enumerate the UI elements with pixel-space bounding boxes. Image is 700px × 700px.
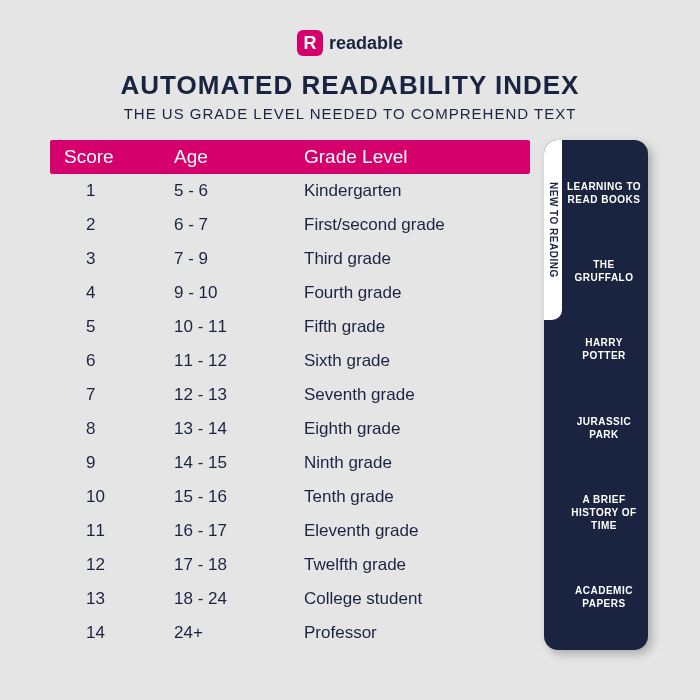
cell-age: 11 - 12	[174, 351, 304, 371]
cell-grade: Ninth grade	[304, 453, 516, 473]
cell-score: 9	[64, 453, 174, 473]
table-header: Score Age Grade Level	[50, 140, 530, 174]
cell-age: 6 - 7	[174, 215, 304, 235]
page-subtitle: THE US GRADE LEVEL NEEDED TO COMPREHEND …	[50, 105, 650, 122]
cell-age: 18 - 24	[174, 589, 304, 609]
table-row: 1116 - 17Eleventh grade	[50, 514, 530, 548]
cell-grade: Third grade	[304, 249, 516, 269]
table-row: 1318 - 24College student	[50, 582, 530, 616]
sidebar-strip-label: NEW TO READING	[548, 182, 559, 278]
sidebar-item: THE GRUFFALO	[566, 258, 642, 284]
cell-score: 12	[64, 555, 174, 575]
cell-grade: Kindergarten	[304, 181, 516, 201]
table-row: 813 - 14Eighth grade	[50, 412, 530, 446]
cell-score: 10	[64, 487, 174, 507]
table-row: 914 - 15Ninth grade	[50, 446, 530, 480]
cell-grade: Professor	[304, 623, 516, 643]
table-body: 15 - 6Kindergarten26 - 7First/second gra…	[50, 174, 530, 650]
cell-grade: Eleventh grade	[304, 521, 516, 541]
sidebar-item: HARRY POTTER	[566, 336, 642, 362]
table-row: 26 - 7First/second grade	[50, 208, 530, 242]
infographic-card: R readable AUTOMATED READABILITY INDEX T…	[10, 10, 690, 690]
cell-age: 14 - 15	[174, 453, 304, 473]
cell-grade: Twelfth grade	[304, 555, 516, 575]
page-title: AUTOMATED READABILITY INDEX	[50, 70, 650, 101]
cell-age: 24+	[174, 623, 304, 643]
cell-score: 4	[64, 283, 174, 303]
cell-age: 10 - 11	[174, 317, 304, 337]
cell-grade: Eighth grade	[304, 419, 516, 439]
col-header-age: Age	[174, 146, 304, 168]
brand-mark: R	[297, 30, 323, 56]
table-row: 37 - 9Third grade	[50, 242, 530, 276]
cell-age: 17 - 18	[174, 555, 304, 575]
table-row: 1424+Professor	[50, 616, 530, 650]
sidebar-item: A BRIEF HISTORY OF TIME	[566, 493, 642, 532]
examples-sidebar: NEW TO READING LEARNING TO READ BOOKSTHE…	[544, 140, 648, 650]
table-row: 510 - 11Fifth grade	[50, 310, 530, 344]
table-row: 712 - 13Seventh grade	[50, 378, 530, 412]
cell-grade: Sixth grade	[304, 351, 516, 371]
cell-score: 11	[64, 521, 174, 541]
cell-score: 14	[64, 623, 174, 643]
cell-score: 2	[64, 215, 174, 235]
cell-grade: Tenth grade	[304, 487, 516, 507]
sidebar-items: LEARNING TO READ BOOKSTHE GRUFFALOHARRY …	[562, 140, 648, 650]
col-header-grade: Grade Level	[304, 146, 516, 168]
cell-age: 16 - 17	[174, 521, 304, 541]
cell-score: 3	[64, 249, 174, 269]
readability-table: Score Age Grade Level 15 - 6Kindergarten…	[50, 140, 530, 650]
cell-age: 5 - 6	[174, 181, 304, 201]
brand-row: R readable	[50, 30, 650, 56]
cell-grade: College student	[304, 589, 516, 609]
content-row: Score Age Grade Level 15 - 6Kindergarten…	[50, 140, 650, 650]
cell-age: 9 - 10	[174, 283, 304, 303]
cell-age: 15 - 16	[174, 487, 304, 507]
cell-grade: Fifth grade	[304, 317, 516, 337]
cell-score: 7	[64, 385, 174, 405]
cell-score: 5	[64, 317, 174, 337]
sidebar-item: JURASSIC PARK	[566, 415, 642, 441]
cell-age: 7 - 9	[174, 249, 304, 269]
cell-age: 13 - 14	[174, 419, 304, 439]
table-row: 1015 - 16Tenth grade	[50, 480, 530, 514]
col-header-score: Score	[64, 146, 174, 168]
table-row: 15 - 6Kindergarten	[50, 174, 530, 208]
table-row: 49 - 10Fourth grade	[50, 276, 530, 310]
sidebar-item: ACADEMIC PAPERS	[566, 584, 642, 610]
cell-grade: Fourth grade	[304, 283, 516, 303]
cell-score: 1	[64, 181, 174, 201]
sidebar-strip: NEW TO READING	[544, 140, 562, 320]
cell-score: 13	[64, 589, 174, 609]
cell-grade: First/second grade	[304, 215, 516, 235]
cell-score: 8	[64, 419, 174, 439]
cell-score: 6	[64, 351, 174, 371]
table-row: 1217 - 18Twelfth grade	[50, 548, 530, 582]
table-row: 611 - 12Sixth grade	[50, 344, 530, 378]
brand-name: readable	[329, 33, 403, 54]
cell-age: 12 - 13	[174, 385, 304, 405]
cell-grade: Seventh grade	[304, 385, 516, 405]
sidebar-item: LEARNING TO READ BOOKS	[566, 180, 642, 206]
